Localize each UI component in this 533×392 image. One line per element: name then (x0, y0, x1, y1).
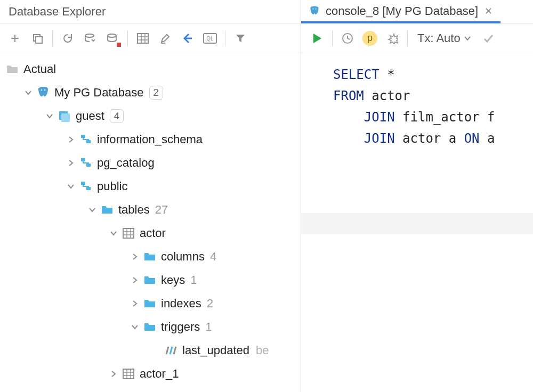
node-label: last_updated (182, 344, 249, 357)
tab-console[interactable]: console_8 [My PG Database] ✕ (301, 0, 500, 23)
svg-rect-4 (138, 34, 148, 43)
tree-connection[interactable]: guest 4 (0, 104, 301, 128)
svg-rect-1 (36, 37, 42, 43)
jump-button[interactable] (177, 28, 198, 49)
chevron-down-icon[interactable] (107, 230, 120, 237)
node-label: Actual (23, 62, 56, 76)
chevron-right-icon[interactable] (128, 253, 142, 260)
tree-schema-public[interactable]: public (0, 175, 301, 198)
folder-icon (99, 205, 115, 215)
count-text: 4 (210, 250, 216, 264)
count-badge: 2 (149, 86, 163, 100)
editor-tabs: console_8 [My PG Database] ✕ (301, 0, 533, 23)
grid-button[interactable] (132, 28, 154, 49)
commit-button[interactable] (478, 28, 499, 49)
count-text: 27 (155, 203, 168, 217)
node-label: pg_catalog (97, 156, 155, 170)
console-toolbar: p Tx: Auto (301, 23, 533, 53)
table-icon (120, 228, 136, 239)
tree-indexes[interactable]: indexes 2 (0, 292, 301, 315)
svg-point-7 (41, 89, 43, 91)
chevron-right-icon[interactable] (64, 159, 78, 167)
filter-button[interactable] (230, 28, 251, 49)
node-label: columns (161, 250, 205, 264)
chevron-right-icon[interactable] (128, 276, 142, 284)
db-stop-button[interactable] (102, 28, 123, 49)
node-label: information_schema (97, 133, 203, 146)
node-label: public (97, 179, 127, 193)
run-button[interactable] (306, 28, 328, 49)
tree-table-actor1[interactable]: actor_1 (0, 362, 301, 386)
node-label: indexes (161, 297, 201, 311)
tree-triggers[interactable]: triggers 1 (0, 315, 301, 339)
tx-mode-dropdown[interactable]: Tx: Auto (412, 31, 477, 45)
svg-rect-15 (81, 182, 85, 185)
tree-trigger-item[interactable]: last_updated be (0, 339, 301, 362)
tab-active-indicator (301, 21, 500, 23)
trigger-icon (163, 345, 179, 356)
table-icon (120, 369, 136, 379)
folder-icon (142, 298, 158, 309)
svg-rect-14 (86, 164, 91, 167)
duplicate-button[interactable] (27, 28, 48, 49)
toolbar-separator (52, 30, 53, 46)
svg-point-2 (85, 34, 94, 37)
node-label: tables (118, 203, 150, 217)
svg-point-8 (44, 89, 46, 91)
node-label: guest (76, 109, 104, 123)
chevron-down-icon (464, 35, 471, 42)
svg-rect-13 (81, 158, 85, 161)
chevron-down-icon[interactable] (128, 323, 142, 331)
chevron-right-icon[interactable] (107, 370, 120, 378)
chevron-right-icon[interactable] (128, 300, 142, 307)
chevron-down-icon[interactable] (64, 183, 78, 190)
settings-button[interactable] (382, 28, 403, 49)
tree-root[interactable]: Actual (0, 58, 301, 81)
node-label: keys (161, 273, 185, 287)
chevron-down-icon[interactable] (43, 112, 56, 120)
tree-columns[interactable]: columns 4 (0, 245, 301, 268)
svg-point-19 (312, 9, 313, 10)
history-button[interactable] (337, 28, 358, 49)
profile-letter: p (367, 32, 373, 44)
database-tree: Actual My PG Database 2 guest 4 (0, 53, 301, 392)
tree-schema[interactable]: information_schema (0, 128, 301, 151)
close-icon[interactable]: ✕ (483, 5, 493, 17)
folder-icon (4, 64, 20, 75)
schema-icon (78, 181, 94, 192)
count-text: 1 (190, 273, 197, 287)
refresh-button[interactable] (57, 28, 78, 49)
chevron-down-icon[interactable] (21, 89, 35, 96)
current-line-highlight (301, 213, 533, 234)
svg-rect-18 (123, 369, 134, 379)
add-button[interactable] (4, 28, 26, 49)
svg-point-3 (108, 34, 116, 37)
tree-keys[interactable]: keys 1 (0, 268, 301, 292)
toolbar-separator (332, 30, 333, 46)
sql-editor[interactable]: SELECT * FROM actor JOIN film_actor f JO… (301, 53, 533, 392)
toolbar-separator (225, 30, 225, 46)
tree-database[interactable]: My PG Database 2 (0, 81, 301, 104)
tree-tables[interactable]: tables 27 (0, 198, 301, 222)
toolbar-separator (407, 30, 408, 46)
sql-console-button[interactable]: QL (199, 28, 221, 49)
schema-icon (78, 134, 94, 145)
edit-button[interactable] (155, 28, 176, 49)
svg-rect-11 (81, 135, 85, 138)
svg-text:QL: QL (206, 36, 214, 42)
node-trailing: be (256, 344, 269, 357)
explorer-toolbar: QL (0, 23, 301, 53)
folder-icon (142, 251, 158, 262)
stack-icon (56, 110, 72, 122)
profile-badge[interactable]: p (359, 28, 381, 49)
svg-rect-16 (86, 187, 91, 190)
svg-rect-12 (86, 140, 91, 143)
sync-button[interactable] (79, 28, 101, 49)
chevron-down-icon[interactable] (85, 206, 99, 214)
count-text: 2 (207, 297, 213, 311)
chevron-right-icon[interactable] (64, 136, 78, 143)
tree-schema[interactable]: pg_catalog (0, 151, 301, 175)
toolbar-separator (127, 30, 128, 46)
tree-table-actor[interactable]: actor (0, 222, 301, 245)
panel-title: Database Explorer (0, 0, 301, 23)
